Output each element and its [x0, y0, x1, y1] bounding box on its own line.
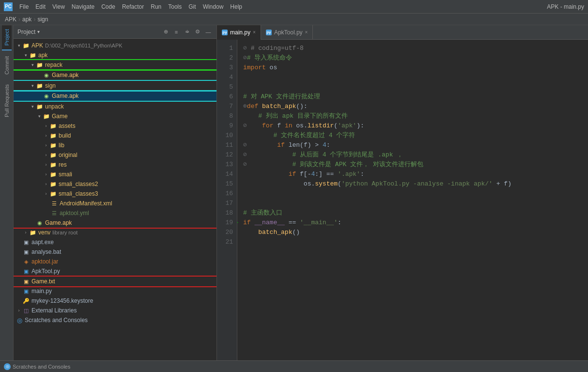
tab-main-py[interactable]: py main.py × — [217, 25, 261, 40]
label-apktool-yml: apktool.yml — [60, 210, 89, 217]
tree-root-apk[interactable]: ▾ 📁 APK D:\002_Project\011_Python\APK — [14, 41, 217, 50]
menu-code[interactable]: Code — [98, 2, 118, 11]
tree-external-libs[interactable]: › ◫ External Libraries — [14, 306, 217, 315]
menu-refactor[interactable]: Refactor — [119, 2, 147, 11]
tree-repack-game-apk[interactable]: ◉ Game.apk — [14, 70, 217, 80]
tree-main-py[interactable]: ▣ main.py — [14, 286, 217, 296]
code-line-8: # 列出 apk 目录下的所有文件 — [243, 111, 588, 121]
arrow-smali2: › — [43, 182, 49, 186]
tree-unpack-game-apk[interactable]: ◉ Game.apk — [14, 218, 217, 228]
code-content[interactable]: ⊘ # coding=utf-8 ⊘# 导入系统命令 import os # 对… — [237, 40, 588, 360]
folder-icon-sign: 📁 — [36, 82, 44, 90]
breadcrumb-sign[interactable]: sign — [37, 16, 48, 23]
menu-edit[interactable]: Edit — [32, 2, 48, 11]
label-apktool-jar: apktool.jar — [31, 258, 58, 265]
arrow-original: › — [43, 153, 49, 157]
tab-label-main-py: main.py — [230, 29, 250, 36]
arrow-res: › — [43, 162, 49, 167]
folder-icon-unpack: 📁 — [36, 103, 44, 110]
tree-game-folder[interactable]: ▾ 📁 Game — [14, 111, 217, 121]
bottom-bar: ◎ Scratches and Consoles — [0, 360, 588, 372]
tree-repack[interactable]: ▾ 📁 repack — [14, 60, 217, 70]
tree-keystore[interactable]: 🔑 mykey-123456.keystore — [14, 296, 217, 306]
menu-file[interactable]: File — [16, 2, 31, 11]
folder-icon-smali3: 📁 — [49, 190, 57, 198]
breadcrumb-apk[interactable]: APK — [5, 16, 16, 23]
tab-close-main-py[interactable]: × — [253, 30, 256, 35]
panel-actions: ⊕ ≡ ≑ ⚙ — — [161, 28, 213, 36]
label-res: res — [59, 161, 67, 168]
tree-aapt[interactable]: ▣ aapt.exe — [14, 237, 217, 247]
label-smali3: smali_classes3 — [59, 190, 98, 197]
action-sort[interactable]: ≑ — [183, 28, 191, 36]
tree-analyse-bat[interactable]: ▣ analyse.bat — [14, 247, 217, 257]
tree-apktool-jar[interactable]: ◈ apktool.jar — [14, 257, 217, 266]
label-unpack: unpack — [45, 103, 64, 110]
action-minimize[interactable]: — — [204, 28, 213, 36]
editor-tabs: py main.py × py ApkTool.py × — [217, 25, 588, 40]
tree-smali2[interactable]: › 📁 smali_classes2 — [14, 179, 217, 189]
tree-venv[interactable]: › 📁 venv library root — [14, 228, 217, 237]
tree-build[interactable]: › 📁 build — [14, 131, 217, 140]
menu-window[interactable]: Window — [200, 2, 227, 11]
sidebar-tab-pull-requests[interactable]: Pull Requests — [2, 80, 12, 121]
panel-title[interactable]: Project ▾ — [17, 29, 40, 35]
action-settings[interactable]: ⚙ — [193, 28, 202, 36]
tree-smali3[interactable]: › 📁 smali_classes3 — [14, 189, 217, 199]
menu-view[interactable]: View — [49, 2, 68, 11]
tree-apktool-yml[interactable]: ☰ apktool.yml — [14, 208, 217, 218]
code-line-7: ⊕def batch_apk(): — [243, 102, 588, 111]
folder-icon-smali2: 📁 — [49, 180, 57, 188]
editor-area: py main.py × py ApkTool.py × 12345 67891… — [217, 25, 588, 360]
code-line-14: if f[-4:] == '.apk': — [243, 170, 588, 179]
menu-bar: File Edit View Navigate Code Refactor Ru… — [16, 2, 547, 11]
tree-res[interactable]: › 📁 res — [14, 160, 217, 170]
action-collapse[interactable]: ≡ — [172, 28, 181, 36]
label-apktool-py: ApkTool.py — [31, 268, 60, 275]
sign-group: ▾ 📁 sign ◉ Game.apk — [14, 81, 217, 101]
tab-icon-main-py: py — [222, 30, 228, 35]
menu-navigate[interactable]: Navigate — [69, 2, 97, 11]
menu-run[interactable]: Run — [148, 2, 164, 11]
tree-original[interactable]: › 📁 original — [14, 150, 217, 160]
scratches-label: Scratches and Consoles — [13, 364, 70, 370]
panel-header: Project ▾ ⊕ ≡ ≑ ⚙ — — [14, 25, 217, 39]
label-keystore: mykey-123456.keystore — [31, 297, 93, 304]
tree-sign-game-apk[interactable]: ◉ Game.apk — [14, 91, 217, 101]
label-scratches: Scratches and Consoles — [25, 317, 88, 324]
tree-smali[interactable]: › 📁 smali — [14, 170, 217, 179]
tab-close-apktool-py[interactable]: × — [305, 30, 308, 35]
arrow-game: ▾ — [36, 114, 43, 119]
folder-icon-build: 📁 — [49, 132, 57, 140]
menu-tools[interactable]: Tools — [165, 2, 185, 11]
main-layout: Project Commit Pull Requests Project ▾ ⊕… — [0, 25, 588, 360]
tree-sign[interactable]: ▾ 📁 sign — [14, 81, 217, 91]
file-icon-repack-game: ◉ — [43, 71, 50, 79]
sidebar-tab-commit[interactable]: Commit — [2, 52, 12, 78]
tree-manifest[interactable]: ☰ AndroidManifest.xml — [14, 199, 217, 208]
tree-unpack[interactable]: ▾ 📁 unpack — [14, 102, 217, 111]
bottom-scratches[interactable]: ◎ Scratches and Consoles — [4, 363, 70, 370]
title-bar: PC File Edit View Navigate Code Refactor… — [0, 0, 588, 14]
action-locate[interactable]: ⊕ — [161, 28, 170, 36]
tree-scratches[interactable]: ◎ Scratches and Consoles — [14, 315, 217, 325]
label-smali2: smali_classes2 — [59, 181, 98, 187]
breadcrumb-apk-folder[interactable]: apk — [22, 16, 31, 23]
tree-game-txt[interactable]: ▣ Game.txt — [14, 277, 217, 286]
code-line-17 — [243, 199, 588, 208]
tree-apktool-py[interactable]: ▣ ApkTool.py — [14, 266, 217, 276]
label-manifest: AndroidManifest.xml — [60, 200, 112, 207]
code-line-18: # 主函数入口 — [243, 208, 588, 218]
tree-lib[interactable]: › 📁 lib — [14, 140, 217, 150]
tree-apk-folder[interactable]: ▾ 📁 apk — [14, 50, 217, 60]
tree-assets[interactable]: › 📁 assets — [14, 121, 217, 131]
code-line-11: ⊘ if len(f) > 4: — [243, 140, 588, 150]
tab-apktool-py[interactable]: py ApkTool.py × — [261, 25, 313, 40]
file-icon-unpack-game: ◉ — [36, 219, 44, 227]
sidebar-tab-project[interactable]: Project — [2, 25, 12, 50]
menu-git[interactable]: Git — [186, 2, 199, 11]
label-venv-suffix: library root — [52, 230, 77, 235]
menu-help[interactable]: Help — [227, 2, 245, 11]
code-editor: 12345 678910 1112131415 1617181920 21 ⊘ … — [217, 40, 588, 360]
label-smali: smali — [59, 171, 72, 178]
